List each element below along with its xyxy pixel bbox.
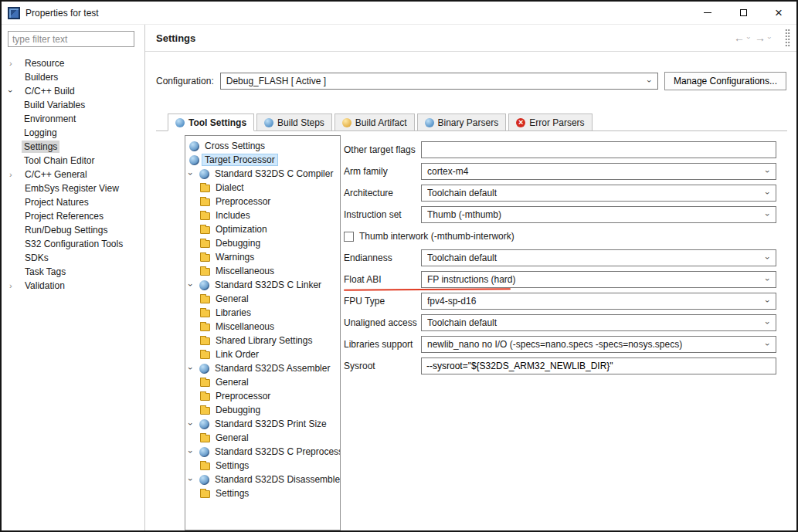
configuration-select[interactable]: Debug_FLASH [ Active ] › xyxy=(220,73,658,90)
tab-build-steps[interactable]: Build Steps xyxy=(256,114,332,131)
window-title: Properties for test xyxy=(25,8,99,19)
configuration-row: Configuration: Debug_FLASH [ Active ] › … xyxy=(156,72,786,90)
tool-tree-item-target-processor[interactable]: Target Processor xyxy=(185,153,340,167)
chevron-down-icon[interactable]: › xyxy=(9,86,22,96)
header-separator xyxy=(145,51,796,52)
tool-settings-icon xyxy=(175,118,185,127)
tool-tree-item-preprocessor[interactable]: Preprocessor xyxy=(185,195,340,208)
sidebar-item-label: Logging xyxy=(22,127,59,139)
chevron-right-icon[interactable]: › xyxy=(9,281,22,290)
sidebar-item-validation[interactable]: ›Validation xyxy=(2,279,144,293)
forward-dropdown-icon[interactable]: › xyxy=(766,37,773,39)
tool-tree-item-warnings[interactable]: Warnings xyxy=(185,250,340,264)
tool-tree-item-debugging[interactable]: Debugging xyxy=(185,403,340,417)
arm-family-select[interactable]: cortex-m4› xyxy=(421,163,776,180)
field-label: Instruction set xyxy=(344,209,421,220)
fpu-type-select[interactable]: fpv4-sp-d16› xyxy=(421,293,776,310)
tool-tree-item-label: Standard S32DS C Compiler xyxy=(212,168,335,179)
tool-tree-item-general[interactable]: General xyxy=(185,292,340,306)
tab-label: Binary Parsers xyxy=(438,117,499,128)
tool-tree-item-cross-settings[interactable]: Cross Settings xyxy=(185,139,340,153)
tool-tree-item-settings[interactable]: Settings xyxy=(185,459,340,473)
sidebar-item-c-c-build[interactable]: ›C/C++ Build xyxy=(2,84,144,98)
field-label: Endianness xyxy=(344,252,421,263)
tool-tree-item-miscellaneous[interactable]: Miscellaneous xyxy=(185,264,340,278)
chevron-right-icon[interactable]: › xyxy=(9,59,22,68)
chevron-down-icon[interactable]: › xyxy=(189,475,199,484)
tool-tree-item-standard-s32ds-c-preprocessor[interactable]: ›Standard S32DS C Preprocessor xyxy=(185,445,340,459)
tool-tree-item-label: General xyxy=(213,377,251,388)
settings-tabs: Tool SettingsBuild StepsBuild ArtifactBi… xyxy=(168,114,787,131)
minimize-button[interactable] xyxy=(690,2,725,24)
close-button[interactable] xyxy=(761,2,796,24)
field-label: Libraries support xyxy=(344,339,421,350)
sidebar-item-run-debug-settings[interactable]: Run/Debug Settings xyxy=(2,223,144,237)
tool-tree-item-miscellaneous[interactable]: Miscellaneous xyxy=(185,320,340,334)
form-row-arm-family: Arm familycortex-m4› xyxy=(344,163,776,180)
tool-tree-item-settings[interactable]: Settings xyxy=(185,486,340,500)
sidebar-item-label: Project Natures xyxy=(22,196,91,208)
tool-tree-item-debugging[interactable]: Debugging xyxy=(185,236,340,250)
instruction-set-select[interactable]: Thumb (-mthumb)› xyxy=(421,206,776,223)
sidebar-item-builders[interactable]: Builders xyxy=(2,70,144,84)
tool-tree-item-libraries[interactable]: Libraries xyxy=(185,306,340,320)
sidebar-item-project-natures[interactable]: Project Natures xyxy=(2,195,144,209)
filter-input[interactable] xyxy=(8,31,134,47)
tab-label: Tool Settings xyxy=(188,117,246,128)
sidebar-item-environment[interactable]: Environment xyxy=(2,112,144,126)
tab-tool-settings[interactable]: Tool Settings xyxy=(168,114,254,131)
tool-tree-item-general[interactable]: General xyxy=(185,431,340,445)
sidebar-item-embsys-register-view[interactable]: EmbSys Register View xyxy=(2,181,144,195)
tool-tree-item-label: Debugging xyxy=(213,405,263,415)
tool-tree-item-label: Link Order xyxy=(213,349,261,360)
libraries-support-select[interactable]: newlib_nano no I/O (-specs=nano.specs -s… xyxy=(421,336,776,353)
tab-error-parsers[interactable]: Error Parsers xyxy=(508,114,592,131)
tool-tree-item-standard-s32ds-c-compiler[interactable]: ›Standard S32DS C Compiler xyxy=(185,167,340,181)
endianness-select[interactable]: Toolchain default› xyxy=(421,249,776,266)
sidebar-item-c-c-general[interactable]: ›C/C++ General xyxy=(2,168,144,181)
chevron-down-icon[interactable]: › xyxy=(189,364,199,373)
chevron-down-icon: › xyxy=(762,210,774,219)
sidebar-item-tool-chain-editor[interactable]: Tool Chain Editor xyxy=(2,154,144,168)
tool-tree-item-dialect[interactable]: Dialect xyxy=(185,181,340,195)
settings-page-icon xyxy=(200,310,210,317)
tool-tree-item-link-order[interactable]: Link Order xyxy=(185,347,340,361)
tool-tree-item-general[interactable]: General xyxy=(185,375,340,389)
settings-page-icon xyxy=(200,212,210,220)
sysroot-input[interactable] xyxy=(421,357,776,374)
tool-tree-item-standard-s32ds-disassembler[interactable]: ›Standard S32DS Disassembler xyxy=(185,473,340,486)
sidebar-item-project-references[interactable]: Project References xyxy=(2,209,144,223)
tool-tree-item-includes[interactable]: Includes xyxy=(185,208,340,222)
unaligned-access-select[interactable]: Toolchain default› xyxy=(421,314,776,331)
sidebar-item-resource[interactable]: ›Resource xyxy=(2,56,144,70)
tool-tree-item-optimization[interactable]: Optimization xyxy=(185,222,340,236)
chevron-down-icon[interactable]: › xyxy=(189,419,199,429)
architecture-select[interactable]: Toolchain default› xyxy=(421,185,776,202)
thumb-interwork-mthumb-interwork-checkbox[interactable] xyxy=(344,232,354,242)
back-dropdown-icon[interactable]: › xyxy=(745,37,752,39)
chevron-down-icon[interactable]: › xyxy=(189,280,199,290)
sidebar-item-settings[interactable]: Settings xyxy=(2,140,144,154)
other-target-flags-input[interactable] xyxy=(421,141,776,158)
chevron-right-icon[interactable]: › xyxy=(9,170,22,179)
tool-tree-item-standard-s32ds-assembler[interactable]: ›Standard S32DS Assembler xyxy=(185,361,340,375)
sidebar-item-build-variables[interactable]: Build Variables xyxy=(2,98,144,112)
tab-binary-parsers[interactable]: Binary Parsers xyxy=(417,114,507,131)
sidebar-item-task-tags[interactable]: Task Tags xyxy=(2,265,144,279)
manage-configurations-button[interactable]: Manage Configurations... xyxy=(664,72,786,90)
tool-tree-item-preprocessor[interactable]: Preprocessor xyxy=(185,389,340,403)
tool-tree-item-standard-s32ds-c-linker[interactable]: ›Standard S32DS C Linker xyxy=(185,278,340,292)
float-abi-select[interactable]: FP instructions (hard)› xyxy=(421,271,776,288)
sidebar-item-sdks[interactable]: SDKs xyxy=(2,251,144,265)
chevron-down-icon[interactable]: › xyxy=(189,447,199,456)
sidebar-item-s32-configuration-tools[interactable]: S32 Configuration Tools xyxy=(2,237,144,251)
header-tools: ← › → › xyxy=(732,29,790,47)
form-row-instruction-set: Instruction setThumb (-mthumb)› xyxy=(344,206,776,223)
sidebar-tree: ›ResourceBuilders›C/C++ BuildBuild Varia… xyxy=(2,56,144,293)
chevron-down-icon[interactable]: › xyxy=(189,169,199,178)
tool-tree-item-standard-s32ds-print-size[interactable]: ›Standard S32DS Print Size xyxy=(185,417,340,431)
sidebar-item-logging[interactable]: Logging xyxy=(2,126,144,140)
tool-tree-item-shared-library-settings[interactable]: Shared Library Settings xyxy=(185,334,340,347)
maximize-button[interactable] xyxy=(725,2,761,24)
tab-build-artifact[interactable]: Build Artifact xyxy=(334,114,415,131)
